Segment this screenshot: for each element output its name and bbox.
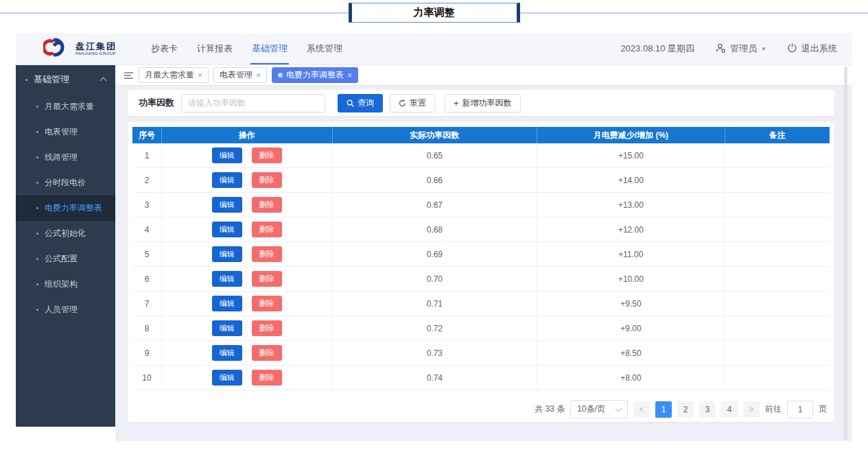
goto-page-input[interactable] — [787, 401, 813, 418]
sidebar-item[interactable]: 组织架构 — [16, 272, 115, 297]
table-row: 9编辑删除0.73+8.50 — [132, 341, 830, 366]
tab-label: 电表管理 — [220, 69, 253, 81]
cell-note — [725, 366, 830, 390]
cell-actions: 编辑删除 — [162, 316, 332, 341]
logout-button[interactable]: 退出系统 — [787, 43, 837, 55]
delete-button[interactable]: 删除 — [252, 345, 282, 361]
scrollbar[interactable] — [844, 67, 847, 440]
delete-button[interactable]: 删除 — [252, 246, 282, 262]
view-tab[interactable]: 月最大需求量× — [139, 67, 209, 83]
cell-fee-change: +12.00 — [537, 217, 725, 242]
total-count-label: 共 33 条 — [535, 403, 565, 415]
table-row: 5编辑删除0.69+11.00 — [132, 242, 830, 267]
view-tab[interactable]: 电表管理× — [213, 67, 267, 83]
cell-actions: 编辑删除 — [162, 242, 332, 267]
cell-fee-change: +9.00 — [537, 316, 725, 341]
table-body: 1编辑删除0.65+15.002编辑删除0.66+14.003编辑删除0.67+… — [132, 143, 830, 390]
cell-note — [725, 267, 830, 292]
sidebar-item[interactable]: 月最大需求量 — [16, 94, 115, 119]
cell-actions: 编辑删除 — [162, 168, 332, 193]
cell-actions: 编辑删除 — [162, 366, 332, 390]
edit-button[interactable]: 编辑 — [212, 246, 242, 262]
sidebar-item-label: 电表管理 — [45, 126, 78, 138]
edit-button[interactable]: 编辑 — [212, 222, 242, 237]
page-size-value: 10条/页 — [577, 403, 605, 415]
reset-button[interactable]: 重置 — [390, 94, 435, 113]
sidebar-item[interactable]: 线路管理 — [16, 145, 115, 170]
page-suffix-label: 页 — [819, 403, 827, 415]
brand: 盘江集团 PANJIANG GROUP — [43, 38, 117, 60]
top-nav: 抄表卡 计算报表 基础管理 系统管理 — [141, 33, 352, 64]
user-icon — [715, 43, 726, 56]
cell-note — [725, 292, 830, 316]
close-icon[interactable]: × — [198, 71, 202, 80]
edit-button[interactable]: 编辑 — [212, 197, 242, 213]
table-row: 4编辑删除0.68+12.00 — [132, 217, 830, 242]
filter-label: 功率因数 — [139, 97, 174, 109]
edit-button[interactable]: 编辑 — [212, 345, 242, 361]
sidebar-item[interactable]: 公式配置 — [16, 246, 115, 272]
cell-power-factor: 0.74 — [332, 366, 537, 390]
edit-button[interactable]: 编辑 — [212, 147, 242, 163]
tags-view-menu-icon[interactable] — [124, 71, 134, 80]
prev-page-button[interactable]: < — [633, 401, 650, 418]
sidebar-group-basic-mgmt[interactable]: 基础管理 — [16, 65, 115, 94]
cell-index: 10 — [132, 366, 162, 390]
power-factor-input[interactable] — [181, 94, 325, 113]
table-row: 2编辑删除0.66+14.00 — [132, 168, 830, 193]
cell-note — [725, 143, 830, 168]
table-row: 1编辑删除0.65+15.00 — [132, 143, 830, 168]
page-button[interactable]: 1 — [655, 401, 672, 418]
plus-icon: + — [454, 99, 459, 108]
nav-item-system-mgmt[interactable]: 系统管理 — [297, 33, 352, 64]
cell-index: 5 — [132, 242, 162, 267]
delete-button[interactable]: 删除 — [252, 370, 282, 386]
delete-button[interactable]: 删除 — [252, 197, 282, 213]
power-factor-table: 序号操作实际功率因数月电费减少/增加 (%)备注 1编辑删除0.65+15.00… — [132, 127, 830, 390]
logout-label: 退出系统 — [801, 43, 837, 55]
page-button[interactable]: 3 — [699, 401, 716, 418]
bullet-icon — [36, 258, 38, 260]
delete-button[interactable]: 删除 — [252, 271, 282, 287]
nav-item-calc-report[interactable]: 计算报表 — [187, 33, 242, 64]
sidebar-item[interactable]: 公式初始化 — [16, 221, 115, 246]
sidebar-item[interactable]: 电费力率调整表 — [16, 196, 115, 221]
delete-button[interactable]: 删除 — [252, 172, 282, 188]
delete-button[interactable]: 删除 — [252, 320, 282, 336]
next-page-button[interactable]: > — [743, 401, 760, 418]
sidebar: 基础管理 月最大需求量电表管理线路管理分时段电价电费力率调整表公式初始化公式配置… — [16, 65, 115, 427]
page-button[interactable]: 2 — [677, 401, 694, 418]
header-right: 2023.08.10 星期四 管理员 ▼ — [620, 43, 837, 56]
close-icon[interactable]: × — [347, 71, 352, 80]
edit-button[interactable]: 编辑 — [212, 320, 242, 336]
bullet-icon — [36, 156, 38, 158]
filter-card: 功率因数 查询 重置 — [128, 90, 834, 116]
app-header: 盘江集团 PANJIANG GROUP 抄表卡 计算报表 基础管理 系统管理 2… — [16, 33, 852, 65]
bullet-icon — [36, 131, 38, 133]
page-size-select[interactable]: 10条/页 — [570, 400, 628, 418]
sidebar-item[interactable]: 电表管理 — [16, 119, 115, 145]
search-label: 查询 — [357, 97, 374, 109]
sidebar-item[interactable]: 分时段电价 — [16, 170, 115, 196]
chevron-down-icon: ▼ — [761, 46, 766, 52]
delete-button[interactable]: 删除 — [252, 147, 282, 163]
delete-button[interactable]: 删除 — [252, 296, 282, 311]
edit-button[interactable]: 编辑 — [212, 296, 242, 311]
add-power-factor-button[interactable]: + 新增功率因数 — [445, 94, 521, 113]
tab-label: 电费力率调整表 — [286, 69, 344, 81]
page-button[interactable]: 4 — [721, 401, 738, 418]
search-button[interactable]: 查询 — [338, 94, 383, 113]
delete-button[interactable]: 删除 — [252, 222, 282, 237]
cell-power-factor: 0.66 — [332, 168, 537, 193]
edit-button[interactable]: 编辑 — [212, 172, 242, 188]
edit-button[interactable]: 编辑 — [212, 271, 242, 287]
sidebar-item[interactable]: 人员管理 — [16, 297, 115, 322]
nav-item-basic-mgmt[interactable]: 基础管理 — [242, 33, 297, 64]
close-icon[interactable]: × — [256, 71, 261, 80]
bullet-icon — [25, 79, 27, 81]
nav-item-meter-card[interactable]: 抄表卡 — [141, 33, 187, 64]
view-tab[interactable]: 电费力率调整表× — [272, 67, 358, 83]
bullet-icon — [36, 106, 38, 108]
user-menu[interactable]: 管理员 ▼ — [715, 43, 766, 56]
edit-button[interactable]: 编辑 — [212, 370, 242, 386]
